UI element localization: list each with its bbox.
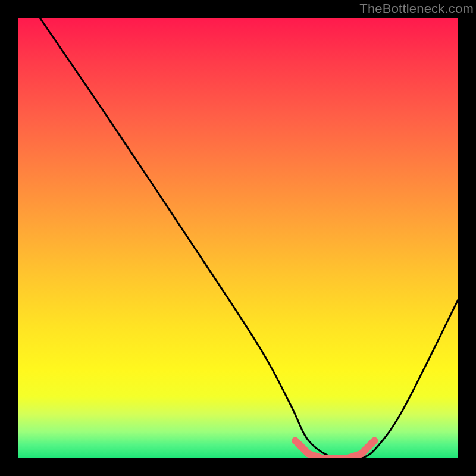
bottleneck-curve <box>40 18 458 458</box>
chart-frame: { "watermark": "TheBottleneck.com", "cha… <box>0 0 476 476</box>
plot-area <box>18 18 458 458</box>
chart-svg <box>18 18 458 458</box>
optimal-marker <box>295 440 374 458</box>
watermark-text: TheBottleneck.com <box>359 1 474 17</box>
